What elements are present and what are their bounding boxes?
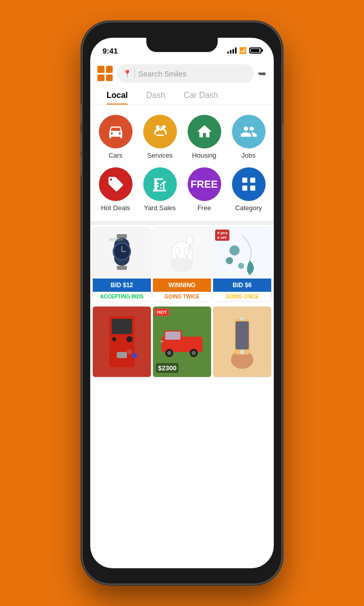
yard-sales-icon — [143, 167, 177, 201]
section-divider — [90, 221, 274, 225]
bid-necklace-button[interactable]: BID $6 — [213, 279, 271, 292]
category-services[interactable]: Services — [139, 112, 181, 162]
tab-local[interactable]: Local — [97, 87, 137, 104]
category-all[interactable]: Category — [227, 164, 270, 215]
svg-rect-0 — [242, 178, 247, 183]
svg-point-30 — [132, 353, 137, 358]
svg-point-37 — [192, 351, 196, 355]
category-hot-deals[interactable]: Hot Deals — [94, 164, 137, 215]
listing-truck[interactable]: HOT $2300 — [152, 306, 212, 377]
status-icons: 📶 — [227, 47, 262, 54]
svg-point-18 — [187, 236, 193, 245]
housing-label: Housing — [192, 152, 217, 159]
listing-airpods-image — [153, 228, 211, 279]
hot-deals-label: Hot Deals — [101, 204, 130, 212]
svg-rect-41 — [236, 321, 249, 349]
svg-point-21 — [226, 257, 233, 264]
svg-point-25 — [126, 336, 133, 342]
listing-watch-image: MIGEER — [93, 228, 151, 279]
search-area: 📍 Search 5miles ➥ — [90, 60, 274, 87]
free-label: Free — [197, 204, 211, 212]
svg-point-35 — [167, 351, 171, 355]
phone-frame: 9:41 📶 — [83, 22, 281, 584]
services-label: Services — [147, 152, 173, 159]
svg-rect-10 — [117, 266, 127, 270]
services-icon — [143, 115, 177, 148]
listing-necklace[interactable]: 4 pcsa set BID $6 — [213, 227, 272, 302]
svg-rect-1 — [250, 178, 255, 183]
svg-point-29 — [127, 349, 132, 355]
svg-rect-28 — [117, 352, 127, 358]
status-time: 9:41 — [102, 46, 118, 55]
search-bar[interactable]: 📍 Search 5miles — [117, 64, 254, 83]
tab-car-dash[interactable]: Car Dash — [174, 87, 227, 104]
svg-point-22 — [238, 263, 244, 269]
category-housing[interactable]: Housing — [183, 112, 225, 162]
svg-rect-33 — [165, 332, 180, 340]
category-free[interactable]: FREE Free — [183, 164, 225, 215]
listing-necklace-image: 4 pcsa set — [213, 228, 271, 279]
category-yard-sales[interactable]: Yard Sales — [139, 164, 181, 215]
bid-airpods-button[interactable]: WINNING — [153, 279, 211, 292]
signal-bars-icon — [227, 47, 237, 54]
svg-rect-24 — [112, 319, 132, 334]
tab-dash[interactable]: Dash — [137, 87, 174, 104]
svg-point-16 — [184, 247, 189, 256]
hot-deals-icon — [99, 167, 133, 201]
svg-point-20 — [229, 245, 240, 256]
grid-menu-icon[interactable] — [97, 66, 113, 81]
category-label: Category — [235, 204, 262, 212]
category-icon — [232, 167, 266, 201]
necklace-status: GOING ONCE — [213, 292, 271, 301]
svg-rect-3 — [250, 186, 255, 191]
yard-sales-label: Yard Sales — [144, 204, 176, 212]
phone-screen: 9:41 📶 — [90, 38, 274, 568]
necklace-badge: 4 pcsa set — [215, 230, 229, 241]
wifi-icon: 📶 — [239, 47, 247, 54]
watch-status: ACCEPTING BIDS — [93, 292, 151, 301]
notch — [146, 38, 218, 52]
search-divider — [135, 69, 135, 78]
listing-iphone[interactable] — [213, 306, 272, 377]
svg-point-14 — [175, 247, 180, 256]
svg-rect-38 — [161, 341, 163, 342]
svg-rect-42 — [240, 318, 245, 320]
airpods-status: GOING TWICE — [153, 292, 211, 301]
free-icon: FREE — [188, 167, 221, 201]
listings-row-1: MIGEER BID $12 ACCEPTING BIDS — [90, 225, 274, 304]
phone-outer: 9:41 📶 — [0, 0, 364, 606]
svg-point-43 — [240, 350, 244, 354]
svg-text:MIGEER: MIGEER — [109, 238, 123, 241]
truck-price: $2300 — [156, 363, 178, 373]
category-cars[interactable]: Cars — [94, 112, 137, 162]
listing-watch[interactable]: MIGEER BID $12 ACCEPTING BIDS — [92, 227, 151, 302]
tab-bar: Local Dash Car Dash — [90, 87, 274, 105]
listing-gameboy[interactable] — [92, 306, 151, 377]
cars-label: Cars — [109, 152, 122, 159]
location-pin-icon: 📍 — [123, 69, 132, 78]
svg-rect-2 — [242, 186, 247, 191]
categories-grid: Cars Services Housing — [90, 106, 274, 221]
jobs-label: Jobs — [242, 152, 255, 159]
jobs-icon — [232, 115, 266, 148]
listing-airpods[interactable]: WINNING GOING TWICE — [152, 227, 212, 302]
truck-hot-badge: HOT — [155, 309, 169, 316]
housing-icon — [188, 115, 221, 148]
bid-watch-button[interactable]: BID $12 — [93, 279, 151, 292]
svg-rect-13 — [172, 258, 192, 271]
cars-icon — [99, 115, 133, 148]
listings-row-2: HOT $2300 — [90, 304, 274, 380]
battery-icon — [249, 47, 262, 54]
category-jobs[interactable]: Jobs — [227, 112, 270, 162]
svg-point-26 — [112, 337, 116, 341]
share-icon[interactable]: ➥ — [258, 67, 267, 80]
search-input[interactable]: Search 5miles — [138, 69, 248, 78]
